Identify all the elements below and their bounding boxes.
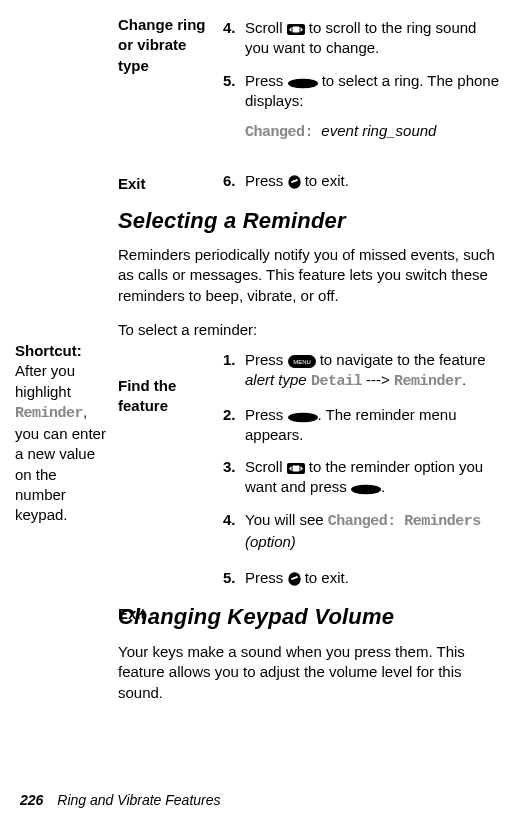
- t: Press: [245, 569, 288, 586]
- svg-rect-1: [292, 27, 299, 33]
- step-5b: 5. Press to exit.: [223, 568, 503, 588]
- step-text: You will see Changed: Reminders (option): [245, 510, 503, 553]
- svg-point-10: [351, 485, 381, 495]
- label-exit-2: Exit: [118, 604, 208, 624]
- step-3: 3. Scroll to the reminder option you wan…: [223, 457, 503, 498]
- step-text: Press to exit.: [245, 568, 503, 588]
- t: .: [462, 371, 466, 388]
- t: event ring_sound: [321, 122, 436, 139]
- t: (option): [245, 533, 296, 550]
- t: .: [381, 478, 385, 495]
- svg-text:MENU: MENU: [293, 359, 311, 365]
- svg-point-7: [288, 412, 318, 422]
- footer-title: Ring and Vibrate Features: [57, 792, 220, 808]
- select-icon: [288, 412, 318, 423]
- changed-line: Changed: event ring_sound: [245, 121, 503, 143]
- step-num: 5.: [223, 568, 245, 588]
- para: Reminders periodically notify you of mis…: [118, 245, 508, 306]
- scroll-icon: [287, 462, 305, 475]
- step-text: Press to exit.: [245, 171, 503, 191]
- select-icon: [351, 484, 381, 495]
- t: Reminder: [15, 405, 83, 422]
- step-5: 5. Press to select a ring. The phone dis…: [223, 71, 503, 144]
- svg-rect-9: [292, 466, 299, 472]
- t: --->: [362, 371, 394, 388]
- para: To select a reminder:: [118, 320, 508, 340]
- label-change-ring: Change ring or vibrate type: [118, 15, 208, 76]
- step-text: Scroll to scroll to the ring sound you w…: [245, 18, 503, 59]
- heading-selecting-reminder: Selecting a Reminder: [118, 206, 508, 236]
- label-exit: Exit: [118, 174, 208, 194]
- step-text: Press to select a ring. The phone displa…: [245, 71, 503, 144]
- t: Shortcut:: [15, 342, 82, 359]
- select-icon: [288, 78, 318, 89]
- t: Changed: Reminders: [328, 513, 481, 530]
- t: Press: [245, 172, 288, 189]
- t: Press: [245, 72, 288, 89]
- t: You will see: [245, 511, 328, 528]
- step-1: 1. Press MENU to navigate to the feature…: [223, 350, 503, 393]
- label-find-feature: Find the feature: [118, 376, 208, 417]
- page-footer: 226Ring and Vibrate Features: [20, 791, 221, 810]
- step-num: 5.: [223, 71, 245, 144]
- step-text: Scroll to the reminder option you want a…: [245, 457, 503, 498]
- t: Scroll: [245, 19, 287, 36]
- t: Changed:: [245, 124, 313, 141]
- t: to exit.: [301, 172, 349, 189]
- para: Your keys make a sound when you press th…: [118, 642, 508, 703]
- menu-icon: MENU: [288, 355, 316, 368]
- step-num: 4.: [223, 18, 245, 59]
- step-text: Press MENU to navigate to the feature al…: [245, 350, 503, 393]
- scroll-icon: [287, 23, 305, 36]
- t: Press: [245, 406, 288, 423]
- end-icon: [288, 572, 301, 586]
- t: alert type: [245, 371, 311, 388]
- t: After you highlight: [15, 362, 75, 399]
- svg-point-2: [288, 78, 318, 88]
- end-icon: [288, 175, 301, 189]
- t: Scroll: [245, 458, 287, 475]
- step-num: 2.: [223, 405, 245, 446]
- t: Detail: [311, 373, 362, 390]
- step-num: 3.: [223, 457, 245, 498]
- t: Reminder: [394, 373, 462, 390]
- step-2: 2. Press . The reminder menu appears.: [223, 405, 503, 446]
- step-4: 4. Scroll to scroll to the ring sound yo…: [223, 18, 503, 59]
- step-num: 6.: [223, 171, 245, 191]
- step-4b: 4. You will see Changed: Reminders (opti…: [223, 510, 503, 553]
- step-text: Press . The reminder menu appears.: [245, 405, 503, 446]
- page-number: 226: [20, 792, 43, 808]
- t: Press: [245, 351, 288, 368]
- t: to navigate to the feature: [316, 351, 486, 368]
- shortcut-note: Shortcut: After you highlight Reminder, …: [15, 341, 110, 525]
- t: to exit.: [301, 569, 349, 586]
- page: Change ring or vibrate type 4. Scroll to…: [0, 0, 521, 832]
- step-num: 4.: [223, 510, 245, 553]
- step-num: 1.: [223, 350, 245, 393]
- step-6: 6. Press to exit.: [223, 171, 503, 191]
